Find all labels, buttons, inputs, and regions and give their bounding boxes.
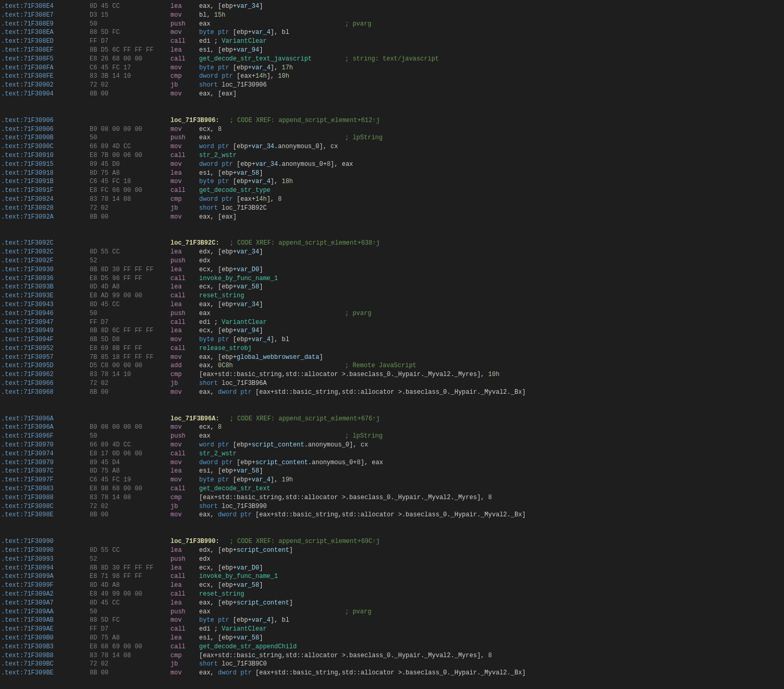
code-line[interactable]: .text:71F3090B 50 push eax ; lpString bbox=[0, 134, 784, 142]
code-line[interactable]: .text:71F308ED FF D7 call edi ; VariantC… bbox=[0, 37, 784, 46]
line-mnemonic: mov bbox=[170, 423, 199, 432]
code-line[interactable]: .text:71F308E4 8D 45 CC lea eax, [ebp+va… bbox=[0, 2, 784, 11]
xref-comment: ; CODE XREF: append_script_element+69C↑j bbox=[230, 537, 380, 546]
line-operand: short loc_71F30906 bbox=[199, 81, 345, 90]
line-addr: .text:71F309AB bbox=[1, 616, 90, 625]
line-operand: byte ptr [ebp+var_4], 17h bbox=[199, 64, 345, 72]
line-mnemonic: call bbox=[170, 151, 199, 160]
code-line[interactable]: .text:71F3097C 8D 75 A8 lea esi, [ebp+va… bbox=[0, 467, 784, 476]
line-addr: .text:71F308E7 bbox=[1, 11, 90, 20]
code-line[interactable]: .text:71F3092C 8D 55 CC lea edx, [ebp+va… bbox=[0, 248, 784, 257]
line-addr: .text:71F30990 bbox=[1, 546, 90, 555]
code-line[interactable]: .text:71F30983 E8 98 68 00 00 call get_d… bbox=[0, 485, 784, 493]
code-line[interactable]: .text:71F308F5 E8 26 68 00 00 call get_d… bbox=[0, 55, 784, 64]
line-bytes: 66 89 4D CC bbox=[90, 441, 170, 450]
line-operand: short loc_71F3B9C0 bbox=[199, 660, 345, 669]
code-line[interactable]: .text:71F30936 E8 D5 98 FF FF call invok… bbox=[0, 274, 784, 283]
code-line[interactable]: .text:71F3093B 8D 4D A8 lea ecx, [ebp+va… bbox=[0, 283, 784, 292]
code-line[interactable]: .text:71F309B0 8D 75 A8 lea esi, [ebp+va… bbox=[0, 634, 784, 643]
code-line[interactable]: .text:71F30906 B9 08 00 00 00 mov ecx, 8 bbox=[0, 125, 784, 134]
line-mnemonic: lea bbox=[170, 46, 199, 55]
code-line[interactable]: .text:71F30974 E8 17 0D 06 00 call str_2… bbox=[0, 450, 784, 458]
code-line[interactable]: .text:71F30979 89 45 D4 mov dword ptr [e… bbox=[0, 458, 784, 467]
line-operand: eax, dword ptr [eax+std::basic_string,st… bbox=[199, 511, 526, 519]
line-operand: eax bbox=[199, 134, 345, 142]
code-line[interactable]: .text:71F308E9 50 push eax ; pvarg bbox=[0, 20, 784, 29]
empty-line bbox=[0, 397, 784, 406]
line-addr: .text:71F30928 bbox=[1, 204, 90, 213]
code-line[interactable]: .text:71F308FE 83 3B 14 10 cmp dword ptr… bbox=[0, 72, 784, 81]
code-line[interactable]: .text:71F30930 8B 8D 30 FF FF FF lea ecx… bbox=[0, 265, 784, 274]
code-line[interactable]: .text:71F30904 8B 00 mov eax, [eax] bbox=[0, 90, 784, 99]
code-line[interactable]: .text:71F3099F 8D 4D A8 lea ecx, [ebp+va… bbox=[0, 581, 784, 590]
empty-line bbox=[0, 230, 784, 239]
code-line[interactable]: .text:71F30902 72 02 jb short loc_71F309… bbox=[0, 81, 784, 90]
line-mnemonic: cmp bbox=[170, 651, 199, 660]
xref-comment: ; CODE XREF: append_script_element+638↑j bbox=[230, 239, 380, 248]
label-name: loc_71F3B92C: bbox=[170, 239, 219, 248]
code-line[interactable]: .text:71F3097F C6 45 FC 19 mov byte ptr … bbox=[0, 476, 784, 485]
code-line[interactable]: .text:71F30957 7B 85 18 FF FF FF mov eax… bbox=[0, 353, 784, 362]
code-line[interactable]: .text:71F30918 8D 75 A8 lea esi, [ebp+va… bbox=[0, 169, 784, 178]
line-addr: .text:71F30962 bbox=[1, 370, 90, 379]
code-line[interactable]: .text:71F3099A E8 71 98 FF FF call invok… bbox=[0, 572, 784, 581]
line-mnemonic: lea bbox=[170, 467, 199, 476]
code-line[interactable]: .text:71F30949 8B 8D 6C FF FF FF lea ecx… bbox=[0, 327, 784, 335]
code-line[interactable]: .text:71F309A2 E8 49 99 00 00 call reset… bbox=[0, 590, 784, 599]
code-line[interactable]: .text:71F3094F 8B 5D D8 mov byte ptr [eb… bbox=[0, 335, 784, 344]
code-line[interactable]: .text:71F3092F 52 push edx bbox=[0, 257, 784, 265]
line-operand: edi ; VariantClear bbox=[199, 625, 345, 634]
code-line[interactable]: .text:71F3091F E8 FC 66 00 00 call get_d… bbox=[0, 186, 784, 195]
code-line[interactable]: .text:71F308E7 D3 15 mov bl, 15h bbox=[0, 11, 784, 20]
code-line[interactable]: .text:71F30993 52 push edx bbox=[0, 555, 784, 564]
code-line[interactable]: .text:71F3098C 72 02 jb short loc_71F3B9… bbox=[0, 502, 784, 511]
line-mnemonic: jb bbox=[170, 81, 199, 90]
line-addr: .text:71F30947 bbox=[1, 318, 90, 327]
code-line[interactable]: .text:71F30924 83 78 14 08 cmp dword ptr… bbox=[0, 195, 784, 204]
line-addr: .text:71F30968 bbox=[1, 388, 90, 397]
line-comment: ; pvarg bbox=[345, 608, 371, 617]
code-line[interactable]: .text:71F308EF 8B D5 6C FF FF FF lea esi… bbox=[0, 46, 784, 55]
code-line[interactable]: .text:71F30962 83 78 14 10 cmp [eax+std:… bbox=[0, 370, 784, 379]
line-bytes: 8D 55 CC bbox=[90, 248, 170, 257]
line-operand: eax, dword ptr [eax+std::basic_string,st… bbox=[199, 669, 526, 678]
code-line[interactable]: .text:71F30952 E8 69 8B FF FF call relea… bbox=[0, 344, 784, 353]
code-line[interactable]: .text:71F308FA C6 45 FC 17 mov byte ptr … bbox=[0, 64, 784, 72]
code-line[interactable]: .text:71F30966 72 02 jb short loc_71F3B9… bbox=[0, 379, 784, 388]
code-line[interactable]: .text:71F30988 83 78 14 08 cmp [eax+std:… bbox=[0, 493, 784, 502]
code-line[interactable]: .text:71F3093E E8 AD 99 00 00 call reset… bbox=[0, 292, 784, 300]
line-addr: .text:71F30906 bbox=[1, 125, 90, 134]
code-line[interactable]: .text:71F309AB 88 5D FC mov byte ptr [eb… bbox=[0, 616, 784, 625]
code-line[interactable]: .text:71F30928 72 02 jb short loc_71F3B9… bbox=[0, 204, 784, 213]
code-line[interactable]: .text:71F30946 50 push eax ; pvarg bbox=[0, 309, 784, 318]
code-line[interactable]: .text:71F309BC 72 02 jb short loc_71F3B9… bbox=[0, 660, 784, 669]
code-line[interactable]: .text:71F3091B C6 45 FC 18 mov byte ptr … bbox=[0, 177, 784, 186]
code-line[interactable]: .text:71F30994 8B 8D 30 FF FF FF lea ecx… bbox=[0, 564, 784, 573]
line-bytes: C6 45 FC 18 bbox=[90, 177, 170, 186]
code-line[interactable]: .text:71F30970 66 89 4D CC mov word ptr … bbox=[0, 441, 784, 450]
code-line[interactable]: .text:71F309B8 83 78 14 08 cmp [eax+std:… bbox=[0, 651, 784, 660]
line-operand: edi ; VariantClear bbox=[199, 37, 345, 46]
code-line[interactable]: .text:71F309AE FF D7 call edi ; VariantC… bbox=[0, 625, 784, 634]
line-bytes: 83 78 14 08 bbox=[90, 651, 170, 660]
code-line[interactable]: .text:71F30943 8D 45 CC lea eax, [ebp+va… bbox=[0, 300, 784, 309]
line-operand: ecx, 8 bbox=[199, 423, 345, 432]
line-mnemonic: cmp bbox=[170, 370, 199, 379]
code-line[interactable]: .text:71F308EA 88 5D FC mov byte ptr [eb… bbox=[0, 28, 784, 37]
code-line[interactable]: .text:71F3096F 50 push eax ; lpString bbox=[0, 432, 784, 441]
code-line[interactable]: .text:71F309A7 8D 45 CC lea eax, [ebp+sc… bbox=[0, 599, 784, 608]
code-line[interactable]: .text:71F30947 FF D7 call edi ; VariantC… bbox=[0, 318, 784, 327]
code-line[interactable]: .text:71F3098E 8B 00 mov eax, dword ptr … bbox=[0, 511, 784, 519]
code-line[interactable]: .text:71F3096A B9 08 00 00 00 mov ecx, 8 bbox=[0, 423, 784, 432]
code-line[interactable]: .text:71F30990 8D 55 CC lea edx, [ebp+sc… bbox=[0, 546, 784, 555]
code-line[interactable]: .text:71F309B3 E8 68 69 00 00 call get_d… bbox=[0, 643, 784, 651]
code-line[interactable]: .text:71F3095D D5 C8 00 00 00 add eax, 0… bbox=[0, 361, 784, 370]
code-line[interactable]: .text:71F30915 89 45 D0 mov dword ptr [e… bbox=[0, 160, 784, 169]
code-line[interactable]: .text:71F30910 E8 7B 00 06 00 call str_2… bbox=[0, 151, 784, 160]
code-line[interactable]: .text:71F309AA 50 push eax ; pvarg bbox=[0, 608, 784, 617]
code-line[interactable]: .text:71F3092A 8B 00 mov eax, [eax] bbox=[0, 213, 784, 222]
code-line[interactable]: .text:71F3090C 66 89 4D CC mov word ptr … bbox=[0, 142, 784, 151]
code-line[interactable]: .text:71F30968 8B 00 mov eax, dword ptr … bbox=[0, 388, 784, 397]
code-line[interactable]: .text:71F309BE 8B 00 mov eax, dword ptr … bbox=[0, 669, 784, 678]
line-addr: .text:71F3098E bbox=[1, 511, 90, 519]
